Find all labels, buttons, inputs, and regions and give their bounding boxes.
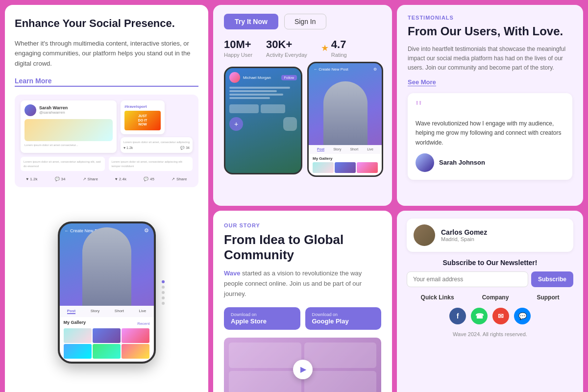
- activity-stat: 30K+ Activity Everyday: [266, 38, 307, 58]
- user-location: Madrid, Spain: [441, 236, 487, 242]
- right-top-panel: TESTIMONIALS From Our Users, With Love. …: [397, 5, 583, 206]
- gallery-item: [64, 344, 92, 359]
- hashtag-card: #travelsport JUSTDO ITNOW: [121, 100, 165, 134]
- stats-row: 10M+ Happy User 30K+ Activity Everyday ★…: [224, 38, 381, 58]
- profile-avatar: [229, 72, 240, 83]
- big-phone-mockup: ← Create New Post ⚙ Post Story Short Liv…: [58, 221, 156, 364]
- quote-mark: ": [416, 101, 564, 115]
- facebook-icon[interactable]: f: [449, 308, 466, 324]
- users-stat: 10M+ Happy User: [224, 38, 252, 58]
- copyright-text: Wave 2024. All rights reserved.: [407, 331, 573, 337]
- testimonials-description: Dive into heartfelt testimonials that sh…: [408, 45, 572, 73]
- gallery-item: [93, 328, 121, 343]
- social-profile-card: Sarah Warren @sarahwarren Lorem ipsum do…: [21, 100, 117, 153]
- support-link[interactable]: Support: [537, 294, 559, 301]
- hashtag-text: #travelsport: [124, 104, 161, 109]
- post-caption: Lorem ipsum dolor sit amet consectetur..…: [24, 143, 113, 147]
- phone-right: ← Create New Post ⚙ Post Story Short Liv…: [307, 62, 383, 177]
- gallery-section: My Gallery Recent: [60, 317, 154, 362]
- dot-indicators: [162, 280, 165, 305]
- gallery-item: [64, 328, 92, 343]
- user-card: Carlos Gomez Madrid, Spain: [407, 219, 573, 252]
- left-bottom-panel: OUR STORY From Idea to Global Community …: [213, 211, 392, 392]
- apple-store-button[interactable]: Download on Apple Store: [224, 307, 300, 330]
- play-button[interactable]: ▶: [293, 360, 313, 379]
- user-name: Carlos Gomez: [441, 228, 487, 236]
- rating-number: 4.7: [331, 38, 347, 51]
- wave-brand: Wave: [224, 270, 240, 277]
- learn-more-link[interactable]: Learn More: [15, 77, 198, 87]
- social-icons-row: f ☎ ✉ 💬: [407, 308, 573, 324]
- social-avatar: [24, 104, 36, 116]
- tab-short[interactable]: Short: [115, 309, 124, 314]
- testimonials-title: From Our Users, With Love.: [408, 24, 572, 39]
- our-story-label: OUR STORY: [224, 222, 381, 228]
- story-description: Wave started as a vision to revolutioniz…: [224, 269, 381, 299]
- gallery-label: My Gallery: [64, 320, 86, 325]
- try-it-now-button[interactable]: Try It Now: [224, 14, 278, 29]
- chat-icon[interactable]: 💬: [514, 308, 531, 324]
- tab-story[interactable]: Story: [91, 309, 100, 314]
- left-top-panel: Try It Now Sign In 10M+ Happy User 30K+ …: [213, 5, 392, 206]
- phone-icon[interactable]: ☎: [471, 308, 488, 324]
- phone-tabs: Post Story Short Live: [60, 306, 154, 317]
- post-image: [24, 119, 113, 141]
- rating-stat: ★ 4.7 Rating: [321, 38, 347, 58]
- google-play-name: Google Play: [312, 318, 349, 325]
- testimonial-card: " Wave revolutionized how I engage with …: [408, 93, 572, 179]
- activity-number: 30K+: [266, 38, 307, 51]
- testimonials-label: TESTIMONIALS: [408, 15, 572, 21]
- google-play-button[interactable]: Download on Google Play: [305, 307, 382, 330]
- email-input[interactable]: [407, 271, 528, 287]
- newsletter-form: Subscribe: [407, 271, 573, 287]
- footer-links: Quick Links Company Support: [407, 294, 573, 301]
- testimonial-quote: Wave revolutionized how I engage with my…: [416, 119, 564, 147]
- phones-container: Michael Morgan Follow +: [224, 67, 381, 189]
- apple-pre-label: Download on: [231, 312, 257, 317]
- dot-5: [162, 302, 165, 305]
- story-rest: started as a vision to revolutionize the…: [224, 270, 362, 297]
- subscribe-button[interactable]: Subscribe: [531, 271, 573, 287]
- activity-label: Activity Everyday: [266, 52, 307, 58]
- rating-label: Rating: [331, 52, 347, 58]
- gallery-item: [93, 344, 121, 359]
- dot-1: [162, 280, 165, 283]
- tab-live[interactable]: Live: [139, 309, 147, 314]
- dot-4: [162, 296, 165, 299]
- social-handle: @sarahwarren: [39, 110, 68, 115]
- sign-in-button[interactable]: Sign In: [284, 14, 326, 29]
- author-avatar: [416, 153, 434, 172]
- stats-bottom-row: ♥1.2k 💬34 ↗Share ♥2.4k 💬45 ↗Share: [21, 177, 193, 181]
- user-avatar: [414, 224, 435, 246]
- follow-badge: Follow: [281, 75, 297, 80]
- big-phone-section: ← Create New Post ⚙ Post Story Short Liv…: [15, 195, 198, 390]
- gallery-grid: [64, 328, 150, 359]
- gallery-item: [122, 328, 149, 343]
- gallery-item: [122, 344, 149, 359]
- story-title: From Idea to Global Community: [224, 232, 381, 263]
- download-buttons: Download on Apple Store Download on Goog…: [224, 307, 381, 330]
- apple-store-name: Apple Store: [231, 318, 267, 325]
- see-more-link[interactable]: See More: [408, 78, 436, 86]
- newsletter-section: Subscribe to Our Newsletter! Subscribe: [407, 259, 573, 287]
- users-label: Happy User: [224, 52, 252, 58]
- company-link[interactable]: Company: [482, 294, 509, 301]
- phone-left: Michael Morgan Follow +: [224, 67, 302, 174]
- tab-post[interactable]: Post: [67, 309, 75, 314]
- recent-label: Recent: [137, 321, 149, 326]
- header-buttons: Try It Now Sign In: [224, 14, 381, 29]
- enhance-description: Whether it's through multimedia content,…: [15, 39, 198, 69]
- person-figure: [82, 227, 131, 306]
- dot-2: [162, 286, 165, 289]
- video-preview: ▶: [224, 338, 381, 392]
- star-icon: ★: [321, 43, 329, 53]
- center-panel: Enhance Your Social Presence. Whether it…: [5, 5, 208, 392]
- google-pre-label: Download on: [312, 312, 338, 317]
- social-cards-section: Sarah Warren @sarahwarren Lorem ipsum do…: [15, 95, 198, 187]
- enhance-title: Enhance Your Social Presence.: [15, 17, 198, 31]
- quick-links[interactable]: Quick Links: [421, 294, 454, 301]
- play-icon: ▶: [300, 365, 306, 374]
- testimonial-author: Sarah Johnson: [416, 153, 564, 172]
- email-icon[interactable]: ✉: [492, 308, 509, 324]
- dot-3: [162, 291, 165, 294]
